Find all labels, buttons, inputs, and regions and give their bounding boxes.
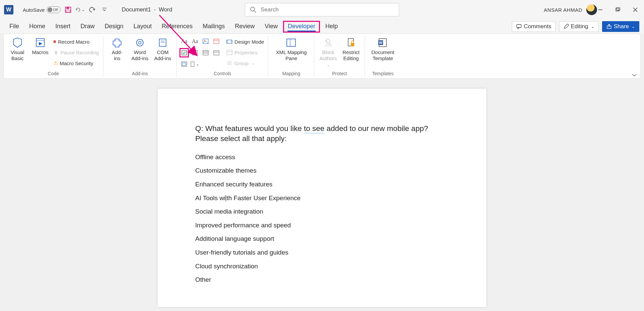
option-4: Social media integration <box>195 207 449 216</box>
svg-rect-2 <box>66 10 70 12</box>
svg-point-17 <box>139 41 141 44</box>
record-macro-button[interactable]: Record Macro <box>52 37 100 47</box>
dropdown-control[interactable] <box>201 48 210 57</box>
comment-icon <box>516 24 522 29</box>
ribbon-tabs: File Home Insert Draw Design Layout Refe… <box>0 19 644 34</box>
warning-icon: ⚠ <box>53 60 58 66</box>
repeating-section-control[interactable] <box>179 59 189 69</box>
doc-name: Document1 <box>122 6 151 13</box>
svg-rect-18 <box>159 39 166 46</box>
protect-label: Protect <box>332 71 347 77</box>
design-mode-button[interactable]: Design Mode <box>225 37 265 47</box>
vb-icon <box>11 37 24 48</box>
com-icon <box>156 37 169 48</box>
group-icon <box>226 60 232 66</box>
addins-button[interactable]: Add- ins <box>106 36 128 61</box>
xml-mapping-button[interactable]: XML Mapping Pane <box>271 36 311 61</box>
minimize-button[interactable] <box>596 6 604 14</box>
tab-view[interactable]: View <box>260 21 282 33</box>
rich-text-control[interactable]: Aa <box>179 37 189 46</box>
tab-developer[interactable]: Developer <box>283 21 320 33</box>
block-authors-button[interactable]: Block Authors ⌄ <box>317 36 339 68</box>
svg-rect-23 <box>214 39 219 44</box>
properties-button[interactable]: Properties <box>225 47 265 57</box>
svg-rect-35 <box>191 62 194 66</box>
restrict-editing-button[interactable]: Restrict Editing <box>340 36 362 61</box>
tab-review[interactable]: Review <box>230 21 259 33</box>
plain-text-control[interactable]: Aa <box>190 37 200 46</box>
tab-home[interactable]: Home <box>24 21 50 33</box>
ribbon-collapse[interactable] <box>632 73 637 77</box>
addins-group-label: Add-ins <box>132 71 148 77</box>
code-label: Code <box>48 71 59 77</box>
svg-rect-37 <box>227 50 232 55</box>
svg-rect-26 <box>192 50 198 55</box>
tab-mailings[interactable]: Mailings <box>198 21 229 33</box>
word-addins-button[interactable]: Word Add-ins <box>129 36 151 61</box>
group-label: Group <box>234 60 249 66</box>
tab-design[interactable]: Design <box>100 21 128 33</box>
svg-line-45 <box>325 40 331 45</box>
restrict-label: Restrict Editing <box>342 49 360 61</box>
pause-recording-button[interactable]: ⏸Pause Recording <box>52 47 100 57</box>
tab-file[interactable]: File <box>5 21 24 33</box>
com-addins-button[interactable]: COM Add-ins <box>152 36 174 61</box>
tab-layout[interactable]: Layout <box>129 21 156 33</box>
tab-help[interactable]: Help <box>321 21 342 33</box>
close-button[interactable] <box>631 6 639 14</box>
template-label: Document Template <box>371 49 394 61</box>
block-label: Block Authors ⌄ <box>317 49 339 68</box>
document-title: Document1 - Word <box>122 6 172 13</box>
maximize-button[interactable] <box>614 6 622 14</box>
avatar[interactable] <box>586 4 597 15</box>
date-picker-control[interactable] <box>212 48 221 57</box>
combobox-control[interactable] <box>190 48 200 57</box>
document-template-button[interactable]: W Document Template <box>368 36 398 61</box>
editing-label: Editing <box>571 23 588 30</box>
record-icon <box>53 40 56 43</box>
redo-button[interactable] <box>88 5 97 14</box>
tab-draw[interactable]: Draw <box>76 21 99 33</box>
visual-basic-button[interactable]: Visual Basic <box>6 36 29 61</box>
macro-security-button[interactable]: ⚠Macro Security <box>52 58 100 68</box>
group-button[interactable]: Group⌄ <box>225 58 265 68</box>
search-icon <box>250 6 257 13</box>
comments-button[interactable]: Comments <box>512 21 555 32</box>
controls-label: Controls <box>214 71 231 77</box>
share-button[interactable]: Share ⌄ <box>602 21 639 32</box>
document-area: Q: What features would you like to see a… <box>0 89 644 307</box>
tab-insert[interactable]: Insert <box>51 21 75 33</box>
autosave-toggle[interactable]: Off <box>47 6 61 13</box>
svg-text:W: W <box>379 41 383 45</box>
option-0: Offline access <box>195 153 449 162</box>
editing-mode-button[interactable]: Editing ⌄ <box>559 21 599 32</box>
svg-line-5 <box>254 11 256 12</box>
save-button[interactable] <box>63 5 73 14</box>
autosave-label: AutoSave <box>23 7 45 13</box>
addins-label: Add- ins <box>112 49 122 61</box>
templates-label: Templates <box>372 71 394 77</box>
picture-control[interactable] <box>201 37 210 46</box>
building-block-control[interactable] <box>212 37 221 46</box>
share-label: Share <box>614 23 629 30</box>
chevron-down-icon: ⌄ <box>251 61 255 65</box>
chevron-down-icon: ⌄ <box>591 24 594 29</box>
tab-references[interactable]: References <box>157 21 197 33</box>
checkbox-control[interactable] <box>179 48 189 57</box>
share-icon <box>606 24 612 29</box>
search-input[interactable] <box>261 6 394 13</box>
qat-customize[interactable] <box>100 5 109 14</box>
search-box[interactable] <box>245 3 399 16</box>
design-mode-label: Design Mode <box>234 39 264 45</box>
legacy-tools[interactable]: ⌄ <box>190 59 200 69</box>
svg-rect-11 <box>517 25 521 28</box>
lock-icon <box>344 37 357 48</box>
macros-button[interactable]: Macros <box>29 36 51 55</box>
undo-button[interactable]: ⌄ <box>75 5 85 14</box>
svg-rect-28 <box>203 50 208 55</box>
svg-marker-15 <box>39 42 42 45</box>
page[interactable]: Q: What features would you like to see a… <box>158 89 486 307</box>
window-controls <box>596 6 639 14</box>
options-list: Offline accessCustomizable themesEnhance… <box>195 153 449 284</box>
option-9: Other <box>195 275 449 284</box>
